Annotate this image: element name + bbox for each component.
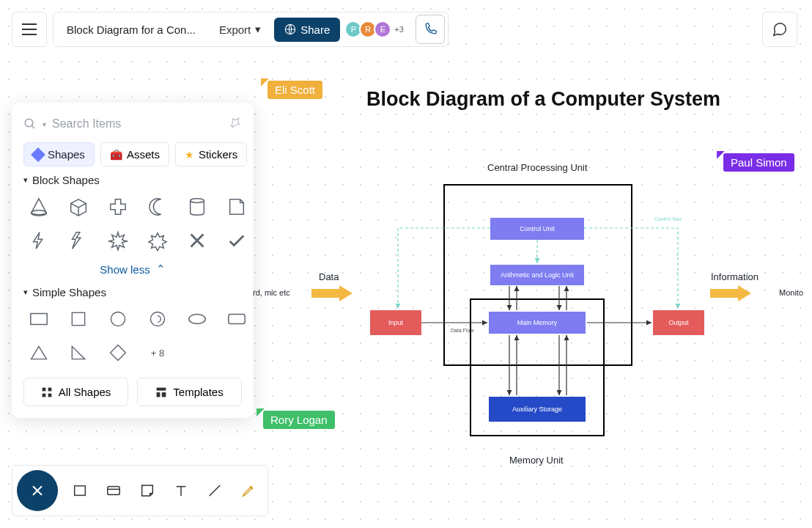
section-label: Simple Shapes <box>32 286 106 298</box>
rect-tool[interactable] <box>65 476 95 505</box>
card-tool[interactable] <box>99 476 128 505</box>
square-shape[interactable] <box>63 306 94 332</box>
burst-shape[interactable] <box>103 227 133 254</box>
collaborator-avatars[interactable]: P R E +3 <box>343 21 408 38</box>
lightning-shape[interactable] <box>63 227 94 254</box>
briefcase-icon: 🧰 <box>110 149 122 161</box>
export-label: Export <box>219 23 251 36</box>
star-icon: ★ <box>185 149 194 161</box>
svg-rect-8 <box>229 314 245 323</box>
box-aux-storage[interactable]: Auxiliary Storage <box>489 397 586 422</box>
right-triangle-shape[interactable] <box>63 340 94 366</box>
note-tool[interactable] <box>133 476 162 505</box>
ellipse-shape[interactable] <box>182 306 213 332</box>
button-label: Templates <box>173 386 223 398</box>
cross-shape[interactable] <box>103 194 133 220</box>
text-tool[interactable] <box>166 476 196 505</box>
svg-rect-9 <box>42 387 45 391</box>
show-less-toggle[interactable]: Show less ⌃ <box>23 255 242 279</box>
donut-shape[interactable] <box>142 306 173 332</box>
pin-icon[interactable] <box>229 116 242 132</box>
label-memory: Memory Unit <box>509 455 564 466</box>
triangle-shape[interactable] <box>23 340 54 366</box>
svg-rect-14 <box>157 392 160 397</box>
bolt-shape[interactable] <box>23 227 54 254</box>
tab-label: Assets <box>127 148 160 161</box>
chevron-down-icon: ▾ <box>23 175 28 185</box>
chat-icon <box>772 21 788 37</box>
arrow-info-out <box>710 285 753 301</box>
page-shape[interactable] <box>221 194 252 220</box>
box-alu[interactable]: Arithmetic and Logic Unit <box>490 265 584 285</box>
bottom-toolbar <box>12 465 268 516</box>
check-shape[interactable] <box>221 227 252 254</box>
search-input[interactable] <box>52 117 223 131</box>
document-title[interactable]: Block Diagram for a Con... <box>56 23 206 36</box>
tab-stickers[interactable]: ★ Stickers <box>175 142 247 166</box>
diamond-icon <box>31 147 45 162</box>
hamburger-menu[interactable] <box>12 12 47 47</box>
more-shapes[interactable]: + 8 <box>142 340 173 366</box>
close-fab[interactable] <box>17 470 58 511</box>
call-button[interactable] <box>416 15 445 44</box>
tab-label: Shapes <box>48 148 85 161</box>
box-control-unit[interactable]: Control Unit <box>490 218 584 240</box>
templates-button[interactable]: Templates <box>137 378 242 406</box>
label-data: Data <box>319 271 339 282</box>
phone-icon <box>423 22 438 37</box>
chevron-down-icon: ▾ <box>43 120 46 128</box>
avatar-more-count[interactable]: +3 <box>394 25 404 34</box>
share-button[interactable]: Share <box>274 18 340 42</box>
highlighter-tool[interactable] <box>234 476 263 505</box>
svg-rect-12 <box>48 393 51 397</box>
tab-shapes[interactable]: Shapes <box>23 142 95 166</box>
chevron-down-icon: ▾ <box>255 23 261 36</box>
label-info: Information <box>711 271 759 282</box>
rounded-rect-shape[interactable] <box>221 306 252 332</box>
chevron-down-icon: ▾ <box>23 287 28 297</box>
tab-assets[interactable]: 🧰 Assets <box>100 142 169 166</box>
x-shape[interactable] <box>182 227 213 254</box>
chat-button[interactable] <box>762 12 797 47</box>
svg-rect-17 <box>108 487 120 495</box>
box-input[interactable]: Input <box>370 310 421 335</box>
all-shapes-button[interactable]: All Shapes <box>23 378 128 406</box>
cursor-eli: ◤ Eli Scott <box>261 76 322 99</box>
arrow-data-in <box>311 285 354 301</box>
rectangle-shape[interactable] <box>23 306 54 332</box>
avatar[interactable]: E <box>374 21 391 38</box>
box-output[interactable]: Output <box>653 310 704 335</box>
cone-shape[interactable] <box>23 194 54 220</box>
crescent-shape[interactable] <box>142 194 173 220</box>
diamond-shape[interactable] <box>103 340 133 366</box>
svg-rect-4 <box>31 314 47 325</box>
circle-shape[interactable] <box>103 306 133 332</box>
section-simple-shapes[interactable]: ▾ Simple Shapes <box>23 286 242 298</box>
svg-rect-15 <box>162 392 166 397</box>
line-tool[interactable] <box>200 476 229 505</box>
box-main-memory[interactable]: Main Memory <box>489 312 586 334</box>
label-control-flow: Control flow <box>654 216 682 221</box>
svg-point-6 <box>111 312 125 326</box>
cylinder-shape[interactable] <box>182 194 213 220</box>
button-label: All Shapes <box>59 386 111 398</box>
show-less-label: Show less <box>100 263 150 276</box>
top-toolbar: Block Diagram for a Con... Export ▾ Shar… <box>53 12 449 47</box>
search-icon <box>23 117 37 131</box>
template-icon <box>155 386 167 398</box>
svg-point-1 <box>25 119 33 127</box>
export-button[interactable]: Export ▾ <box>209 17 271 42</box>
label-cpu: Central Processing Unit <box>487 162 588 173</box>
section-block-shapes[interactable]: ▾ Block Shapes <box>23 174 242 186</box>
block-diagram[interactable]: Central Processing Unit Memory Unit Data… <box>253 143 810 466</box>
cube-shape[interactable] <box>63 194 94 220</box>
cursor-label: Eli Scott <box>267 81 322 99</box>
chevron-up-icon: ⌃ <box>156 263 166 276</box>
svg-rect-13 <box>157 387 166 390</box>
explosion-shape[interactable] <box>142 227 173 254</box>
close-icon <box>30 483 45 498</box>
plus-count: + 8 <box>151 348 164 359</box>
section-label: Block Shapes <box>32 174 100 186</box>
svg-rect-5 <box>72 312 84 325</box>
diagram-title: Block Diagram of a Computer System <box>366 88 720 111</box>
